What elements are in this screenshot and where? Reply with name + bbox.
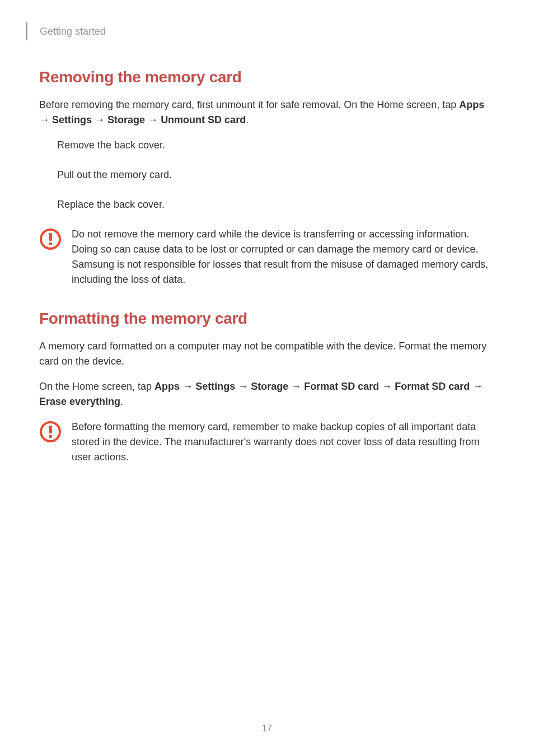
heading-formatting: Formatting the memory card: [39, 310, 495, 328]
svg-rect-4: [49, 426, 52, 433]
header-divider: [26, 22, 27, 40]
step-1: Remove the back cover.: [57, 138, 495, 153]
arrow-icon: →: [182, 381, 193, 392]
caution-block-1: Do not remove the memory card while the …: [39, 227, 495, 287]
format-para-1: A memory card formatted on a computer ma…: [39, 339, 495, 369]
path-unmount: Unmount SD card: [161, 114, 246, 125]
heading-removing: Removing the memory card: [39, 68, 495, 86]
page-header: Getting started: [39, 22, 495, 40]
arrow-icon: →: [148, 114, 158, 125]
svg-rect-5: [49, 435, 52, 438]
arrow-icon: →: [39, 114, 49, 125]
caution-icon: [39, 228, 62, 253]
path-apps: Apps: [154, 381, 180, 392]
arrow-icon: →: [95, 114, 105, 125]
caution-block-2: Before formatting the memory card, remem…: [39, 419, 495, 465]
step-list: Remove the back cover. Pull out the memo…: [39, 138, 495, 212]
page-number: 17: [0, 724, 534, 734]
intro-text: Before removing the memory card, first u…: [39, 99, 459, 110]
caution-icon: [39, 421, 62, 445]
arrow-icon: →: [472, 381, 483, 392]
svg-rect-1: [49, 233, 52, 241]
path-format1: Format SD card: [304, 381, 379, 392]
caution-text-2: Before formatting the memory card, remem…: [72, 419, 495, 465]
path-apps: Apps: [459, 99, 484, 110]
arrow-icon: →: [382, 381, 392, 392]
step-3: Replace the back cover.: [57, 197, 495, 212]
path-storage: Storage: [251, 381, 288, 392]
path-storage: Storage: [107, 114, 145, 125]
path-settings: Settings: [195, 381, 235, 392]
caution-text-1: Do not remove the memory card while the …: [72, 227, 495, 287]
intro-paragraph: Before removing the memory card, first u…: [39, 97, 495, 128]
svg-rect-2: [49, 242, 52, 245]
arrow-icon: →: [291, 381, 301, 392]
path-settings: Settings: [52, 114, 92, 125]
header-section-label: Getting started: [40, 26, 106, 38]
arrow-icon: →: [238, 381, 248, 392]
step-2: Pull out the memory card.: [57, 167, 495, 183]
section-removing-memory-card: Removing the memory card Before removing…: [39, 68, 495, 287]
format-para-2: On the Home screen, tap Apps → Settings …: [39, 379, 495, 409]
path-erase: Erase everything: [39, 396, 120, 407]
section-formatting-memory-card: Formatting the memory card A memory card…: [39, 310, 495, 465]
para2-text: On the Home screen, tap: [39, 381, 154, 392]
path-format2: Format SD card: [395, 381, 470, 392]
